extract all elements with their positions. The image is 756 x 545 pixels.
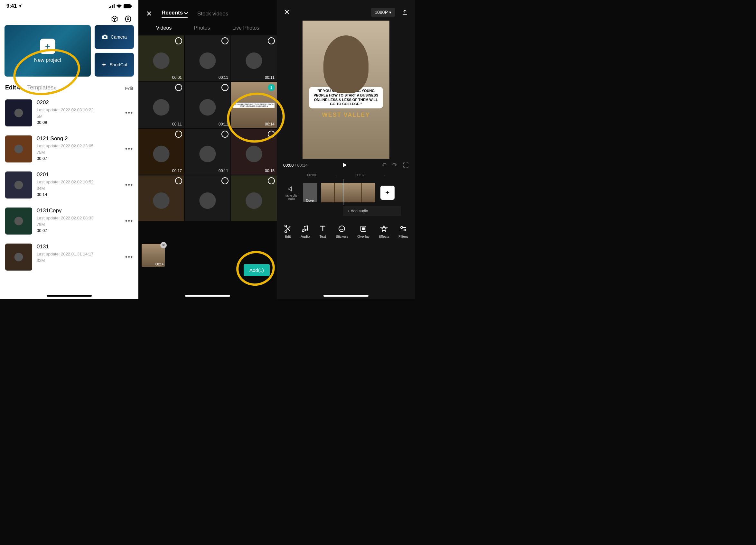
more-icon[interactable]: ••• bbox=[125, 110, 133, 117]
play-icon[interactable] bbox=[341, 162, 348, 168]
selected-thumb[interactable]: ✕ 00:14 bbox=[142, 244, 165, 267]
selection-ring[interactable] bbox=[221, 131, 229, 138]
selected-duration: 00:14 bbox=[155, 263, 163, 266]
tool-label: Effects bbox=[378, 235, 389, 239]
selection-ring[interactable] bbox=[268, 37, 275, 44]
resolution-button[interactable]: 1080P▾ bbox=[371, 8, 395, 17]
close-icon[interactable]: ✕ bbox=[146, 10, 152, 18]
media-cell[interactable] bbox=[185, 175, 230, 221]
selection-ring[interactable] bbox=[175, 177, 182, 184]
tool-effects[interactable]: Effects bbox=[378, 225, 389, 239]
project-row[interactable]: 0131 Last update: 2022.01.31 14:1732M ••… bbox=[5, 239, 133, 275]
media-cell[interactable]: 00:11 bbox=[185, 35, 230, 81]
home-indicator[interactable] bbox=[323, 295, 369, 296]
project-row[interactable]: 0121 Song 2 Last update: 2022.02.02 23:0… bbox=[5, 131, 133, 167]
T-icon bbox=[319, 225, 327, 233]
undo-icon[interactable]: ↶ bbox=[382, 162, 387, 169]
cell-duration: 00:11 bbox=[219, 122, 228, 127]
svg-point-37 bbox=[339, 226, 345, 232]
remove-selection-icon[interactable]: ✕ bbox=[160, 242, 167, 249]
tool-label: Edit bbox=[285, 235, 291, 239]
selection-ring[interactable] bbox=[175, 84, 182, 91]
selection-ring[interactable] bbox=[221, 37, 229, 44]
tab-templates[interactable]: Templates0 bbox=[27, 84, 56, 91]
media-cell[interactable]: 00:11 bbox=[185, 82, 230, 128]
selection-ring[interactable] bbox=[268, 177, 275, 184]
svg-point-14 bbox=[14, 253, 23, 262]
fullscreen-icon[interactable] bbox=[403, 162, 409, 168]
subtab-photos[interactable]: Photos bbox=[194, 25, 210, 31]
tab-recents[interactable]: Recents bbox=[162, 10, 188, 18]
add-audio-button[interactable]: + Add audio bbox=[343, 206, 401, 216]
project-row[interactable]: 0201 Last update: 2022.02.02 10:5234M00:… bbox=[5, 167, 133, 203]
project-row[interactable]: 0131Copy Last update: 2022.02.02 08:3379… bbox=[5, 203, 133, 239]
home-indicator[interactable] bbox=[185, 295, 230, 296]
sliders-icon bbox=[399, 225, 407, 233]
redo-icon[interactable]: ↷ bbox=[392, 162, 397, 169]
selection-ring[interactable] bbox=[175, 131, 182, 138]
project-thumb bbox=[5, 244, 32, 271]
project-meta: Last update: 2022.01.31 14:1732M bbox=[37, 251, 121, 264]
tab-edit[interactable]: Edit47 bbox=[5, 84, 21, 92]
more-icon[interactable]: ••• bbox=[125, 254, 133, 261]
svg-rect-1 bbox=[110, 6, 111, 8]
home-indicator[interactable] bbox=[47, 295, 92, 296]
time-display: 00:00 / 00:14 bbox=[283, 163, 308, 168]
svg-point-32 bbox=[153, 193, 169, 209]
plus-icon: + bbox=[40, 39, 55, 54]
subtab-videos[interactable]: Videos bbox=[156, 25, 172, 31]
tool-overlay[interactable]: Overlay bbox=[357, 225, 369, 239]
svg-point-41 bbox=[404, 229, 406, 231]
more-icon[interactable]: ••• bbox=[125, 182, 133, 189]
cover-button[interactable]: Cover bbox=[303, 183, 317, 202]
tab-stock-videos[interactable]: Stock videos bbox=[197, 11, 228, 17]
add-clip-button[interactable]: + bbox=[380, 186, 395, 200]
selection-ring[interactable]: 1 bbox=[268, 84, 275, 91]
mute-clip-button[interactable]: Mute clip audio bbox=[283, 185, 299, 201]
more-icon[interactable]: ••• bbox=[125, 146, 133, 153]
media-cell[interactable]: 00:11 bbox=[231, 35, 277, 81]
media-picker-panel: ✕ Recents Stock videos Videos Photos Liv… bbox=[138, 0, 277, 299]
playhead[interactable] bbox=[343, 179, 343, 205]
export-icon[interactable] bbox=[402, 9, 408, 15]
new-project-button[interactable]: + New project bbox=[5, 25, 91, 77]
tool-stickers[interactable]: Stickers bbox=[336, 225, 348, 239]
project-title: 0202 bbox=[37, 99, 121, 106]
selection-ring[interactable] bbox=[268, 131, 275, 138]
media-cell[interactable] bbox=[231, 175, 277, 221]
svg-point-10 bbox=[14, 109, 23, 118]
subtab-live-photos[interactable]: Live Photos bbox=[232, 25, 259, 31]
clip-strip[interactable] bbox=[321, 183, 375, 202]
ruler-tick: 00:00 bbox=[307, 173, 316, 177]
media-cell[interactable]: 00:15 bbox=[231, 129, 277, 175]
media-cell[interactable]: 00:11 bbox=[138, 82, 184, 128]
close-icon[interactable]: ✕ bbox=[284, 8, 290, 16]
selection-ring[interactable] bbox=[175, 37, 182, 44]
tool-text[interactable]: Text bbox=[319, 225, 327, 239]
project-title: 0121 Song 2 bbox=[37, 136, 121, 142]
shortcut-button[interactable]: ShortCut bbox=[95, 53, 134, 77]
project-row[interactable]: 0202 Last update: 2022.02.03 10:225M00:0… bbox=[5, 95, 133, 131]
video-preview[interactable]: "IF YOU KEEP TEACHING YOUNG PEOPLE HOW T… bbox=[303, 21, 389, 159]
tool-edit[interactable]: Edit bbox=[284, 225, 292, 239]
more-icon[interactable]: ••• bbox=[125, 218, 133, 225]
box-icon[interactable] bbox=[111, 15, 118, 23]
sparkle-icon bbox=[101, 62, 107, 68]
selection-ring[interactable] bbox=[221, 177, 229, 184]
tool-audio[interactable]: Audio bbox=[301, 225, 310, 239]
settings-icon[interactable] bbox=[124, 15, 132, 23]
cell-duration: 00:11 bbox=[172, 122, 182, 127]
add-button[interactable]: Add(1) bbox=[244, 264, 270, 276]
selection-ring[interactable] bbox=[221, 84, 229, 91]
edit-link[interactable]: Edit bbox=[125, 86, 133, 91]
timeline[interactable]: Mute clip audio Cover + bbox=[277, 179, 415, 205]
camera-button[interactable]: Camera bbox=[95, 25, 134, 49]
media-cell[interactable]: 00:17 bbox=[138, 129, 184, 175]
media-cell[interactable]: 00:11 bbox=[185, 129, 230, 175]
media-cell[interactable]: IF YOU KEEP TEACHING YOUNG PEOPLE HOW TO… bbox=[231, 82, 277, 128]
svg-point-28 bbox=[199, 146, 216, 162]
tool-filters[interactable]: Filters bbox=[398, 225, 408, 239]
media-cell[interactable] bbox=[138, 175, 184, 221]
speaker-icon bbox=[287, 185, 295, 193]
media-cell[interactable]: 00:01 bbox=[138, 35, 184, 81]
